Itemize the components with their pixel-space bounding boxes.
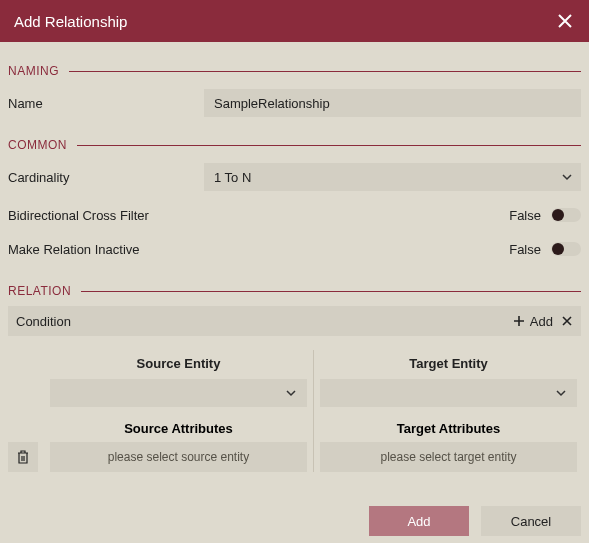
- source-entity-select[interactable]: [50, 379, 307, 407]
- section-label: NAMING: [8, 64, 59, 78]
- target-entity-select[interactable]: [320, 379, 577, 407]
- add-button[interactable]: Add: [369, 506, 469, 536]
- remove-condition-button[interactable]: [561, 315, 573, 327]
- column-divider: [313, 350, 314, 377]
- section-header-common: COMMON: [8, 138, 581, 152]
- inactive-label: Make Relation Inactive: [8, 242, 509, 257]
- column-divider: [313, 442, 314, 472]
- inactive-state: False: [509, 242, 541, 257]
- inactive-toggle[interactable]: [551, 242, 581, 256]
- bidirectional-toggle[interactable]: [551, 208, 581, 222]
- bidirectional-label: Bidirectional Cross Filter: [8, 208, 509, 223]
- dialog-body: NAMING Name COMMON Cardinality 1 To N Bi…: [0, 42, 589, 472]
- name-label: Name: [8, 96, 204, 111]
- chevron-down-icon: [561, 171, 573, 183]
- bidirectional-state: False: [509, 208, 541, 223]
- source-attributes-header: Source Attributes: [46, 409, 311, 442]
- dialog-footer: Add Cancel: [0, 499, 589, 543]
- close-icon[interactable]: [555, 11, 575, 31]
- cancel-button[interactable]: Cancel: [481, 506, 581, 536]
- condition-label: Condition: [16, 314, 512, 329]
- row-cardinality: Cardinality 1 To N: [8, 160, 581, 194]
- cardinality-value: 1 To N: [214, 170, 251, 185]
- add-condition-label: Add: [530, 314, 553, 329]
- source-entity-header: Source Entity: [46, 350, 311, 377]
- row-name: Name: [8, 86, 581, 120]
- condition-bar: Condition Add: [8, 306, 581, 336]
- row-bidirectional: Bidirectional Cross Filter False: [8, 198, 581, 232]
- section-divider: [77, 145, 581, 146]
- close-icon: [561, 315, 573, 327]
- delete-row-button[interactable]: [8, 442, 38, 472]
- section-label: COMMON: [8, 138, 67, 152]
- section-header-relation: RELATION: [8, 284, 581, 298]
- chevron-down-icon: [555, 387, 567, 399]
- cardinality-select[interactable]: 1 To N: [204, 163, 581, 191]
- target-entity-header: Target Entity: [316, 350, 581, 377]
- column-divider: [313, 409, 314, 442]
- add-condition-button[interactable]: Add: [512, 314, 553, 329]
- section-divider: [81, 291, 581, 292]
- condition-grid: Source Entity Target Entity Source Attri…: [8, 350, 581, 472]
- section-label: RELATION: [8, 284, 71, 298]
- chevron-down-icon: [285, 387, 297, 399]
- cardinality-label: Cardinality: [8, 170, 204, 185]
- row-inactive: Make Relation Inactive False: [8, 232, 581, 266]
- column-divider: [313, 377, 314, 409]
- section-header-naming: NAMING: [8, 64, 581, 78]
- dialog-title: Add Relationship: [14, 13, 127, 30]
- name-input[interactable]: [204, 89, 581, 117]
- target-attributes-header: Target Attributes: [316, 409, 581, 442]
- target-attribute-placeholder[interactable]: please select target entity: [320, 442, 577, 472]
- trash-icon: [16, 449, 30, 465]
- titlebar: Add Relationship: [0, 0, 589, 42]
- section-divider: [69, 71, 581, 72]
- plus-icon: [512, 314, 526, 328]
- source-attribute-placeholder[interactable]: please select source entity: [50, 442, 307, 472]
